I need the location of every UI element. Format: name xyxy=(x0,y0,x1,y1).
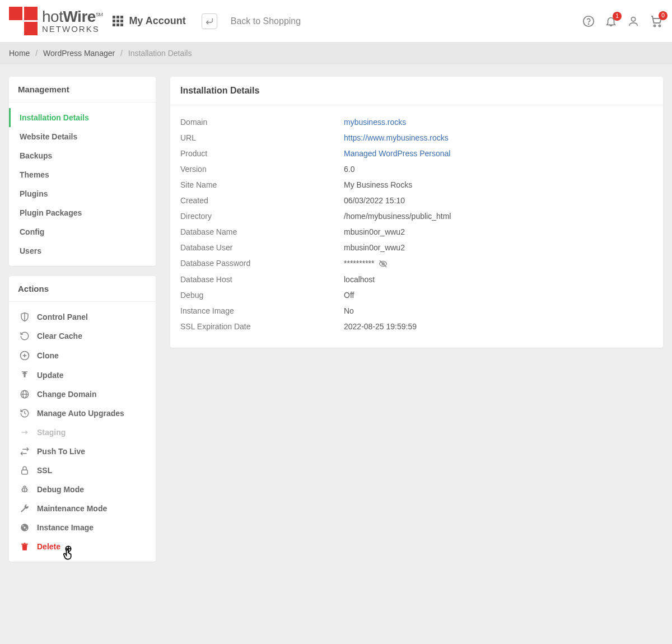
action-label: Staging xyxy=(37,428,66,437)
label-url: URL xyxy=(180,133,344,142)
action-label: Manage Auto Upgrades xyxy=(37,409,124,418)
bug-icon xyxy=(19,484,30,494)
eye-off-icon xyxy=(379,259,388,268)
action-update[interactable]: Update xyxy=(12,366,152,385)
cart-badge: 0 xyxy=(659,11,668,20)
svg-point-24 xyxy=(24,527,26,529)
nav-website-details[interactable]: Website Details xyxy=(9,127,156,146)
action-label: Maintenance Mode xyxy=(37,504,107,513)
row-product: Product Managed WordPress Personal xyxy=(180,146,653,161)
action-auto-upgrades[interactable]: Manage Auto Upgrades xyxy=(12,404,152,423)
label-domain: Domain xyxy=(180,118,344,127)
action-label: Push To Live xyxy=(37,447,85,456)
value-site-name: My Business Rocks xyxy=(344,180,412,189)
action-maintenance-mode[interactable]: Maintenance Mode xyxy=(12,499,152,518)
toggle-password-visibility[interactable] xyxy=(379,259,388,268)
breadcrumb-sep: / xyxy=(35,49,38,58)
sidebar: Management Installation Details Website … xyxy=(9,77,156,562)
value-db-host: localhost xyxy=(344,275,375,284)
history-icon xyxy=(19,408,30,418)
action-clone[interactable]: Clone xyxy=(12,346,152,366)
svg-point-1 xyxy=(588,24,589,24)
row-directory: Directory /home/mybusiness/public_html xyxy=(180,208,653,224)
action-control-panel[interactable]: Control Panel xyxy=(12,307,152,326)
action-push-to-live[interactable]: Push To Live xyxy=(12,442,152,461)
clone-icon xyxy=(19,350,30,361)
back-button[interactable] xyxy=(202,13,217,29)
svg-rect-14 xyxy=(22,470,28,474)
svg-line-19 xyxy=(22,488,24,489)
action-label: SSL xyxy=(37,466,52,475)
row-db-password: Database Password ********** xyxy=(180,255,653,272)
logo[interactable]: hotWireSM NETWORKS xyxy=(9,7,102,35)
nav-plugin-packages[interactable]: Plugin Packages xyxy=(9,203,156,222)
label-db-user: Database User xyxy=(180,243,344,252)
svg-point-25 xyxy=(22,525,24,526)
breadcrumb-home[interactable]: Home xyxy=(9,49,30,58)
row-site-name: Site Name My Business Rocks xyxy=(180,177,653,193)
svg-point-4 xyxy=(659,25,661,26)
nav-plugins[interactable]: Plugins xyxy=(9,184,156,203)
row-url: URL https://www.mybusiness.rocks xyxy=(180,130,653,146)
svg-point-3 xyxy=(654,25,656,26)
action-label: Update xyxy=(37,371,63,380)
apps-grid-icon xyxy=(113,16,123,26)
row-db-name: Database Name mbusin0or_wwu2 xyxy=(180,224,653,240)
management-card: Management Installation Details Website … xyxy=(9,77,156,266)
svg-line-21 xyxy=(22,491,24,492)
shield-icon xyxy=(19,312,30,322)
action-instance-image[interactable]: Instance Image xyxy=(12,518,152,537)
action-change-domain[interactable]: Change Domain xyxy=(12,385,152,404)
value-domain[interactable]: mybusiness.rocks xyxy=(344,118,406,127)
main-content: Installation Details Domain mybusiness.r… xyxy=(170,77,663,348)
notifications-badge: 1 xyxy=(613,12,622,21)
row-debug: Debug Off xyxy=(180,287,653,303)
svg-line-22 xyxy=(26,491,27,492)
value-db-user: mbusin0or_wwu2 xyxy=(344,243,405,252)
nav-config[interactable]: Config xyxy=(9,222,156,241)
help-button[interactable] xyxy=(582,15,595,27)
value-url[interactable]: https://www.mybusiness.rocks xyxy=(344,133,449,142)
row-db-user: Database User mbusin0or_wwu2 xyxy=(180,240,653,255)
back-to-shopping-link[interactable]: Back to Shopping xyxy=(231,16,301,26)
nav-installation-details[interactable]: Installation Details xyxy=(9,108,156,127)
value-db-password: ********** xyxy=(344,259,388,268)
breadcrumb-wp-manager[interactable]: WordPress Manager xyxy=(43,49,115,58)
value-instance-image: No xyxy=(344,306,354,315)
label-instance-image: Instance Image xyxy=(180,306,344,315)
label-debug: Debug xyxy=(180,291,344,300)
action-debug-mode[interactable]: Debug Mode xyxy=(12,480,152,499)
globe-icon xyxy=(19,389,30,399)
cart-button[interactable]: 0 xyxy=(650,15,663,28)
breadcrumb: Home / WordPress Manager / Installation … xyxy=(0,42,672,64)
row-domain: Domain mybusiness.rocks xyxy=(180,114,653,130)
nav-themes[interactable]: Themes xyxy=(9,165,156,184)
row-version: Version 6.0 xyxy=(180,161,653,177)
main-layout: Management Installation Details Website … xyxy=(0,64,672,574)
label-created: Created xyxy=(180,196,344,205)
action-label: Delete xyxy=(37,542,60,551)
value-product[interactable]: Managed WordPress Personal xyxy=(344,149,450,158)
action-delete[interactable]: Delete xyxy=(12,537,152,556)
action-label: Control Panel xyxy=(37,312,88,321)
action-clear-cache[interactable]: Clear Cache xyxy=(12,326,152,346)
return-icon xyxy=(205,17,214,26)
nav-users[interactable]: Users xyxy=(9,241,156,260)
action-ssl[interactable]: SSL xyxy=(12,461,152,480)
label-db-name: Database Name xyxy=(180,227,344,236)
my-account-link[interactable]: My Account xyxy=(113,15,185,27)
action-staging: Staging xyxy=(12,423,152,442)
account-button[interactable] xyxy=(627,15,640,27)
action-label: Change Domain xyxy=(37,390,97,399)
label-directory: Directory xyxy=(180,212,344,221)
actions-list: Control Panel Clear Cache Clone Update C xyxy=(9,302,156,562)
actions-card: Actions Control Panel Clear Cache Clone … xyxy=(9,276,156,562)
nav-backups[interactable]: Backups xyxy=(9,146,156,165)
action-label: Clone xyxy=(37,351,59,360)
wrench-icon xyxy=(19,503,30,514)
header-icons: 1 0 xyxy=(582,15,663,28)
disc-icon xyxy=(19,522,30,533)
details-title: Installation Details xyxy=(170,77,663,105)
notifications-button[interactable]: 1 xyxy=(605,15,617,27)
arrow-right-icon xyxy=(19,427,30,437)
